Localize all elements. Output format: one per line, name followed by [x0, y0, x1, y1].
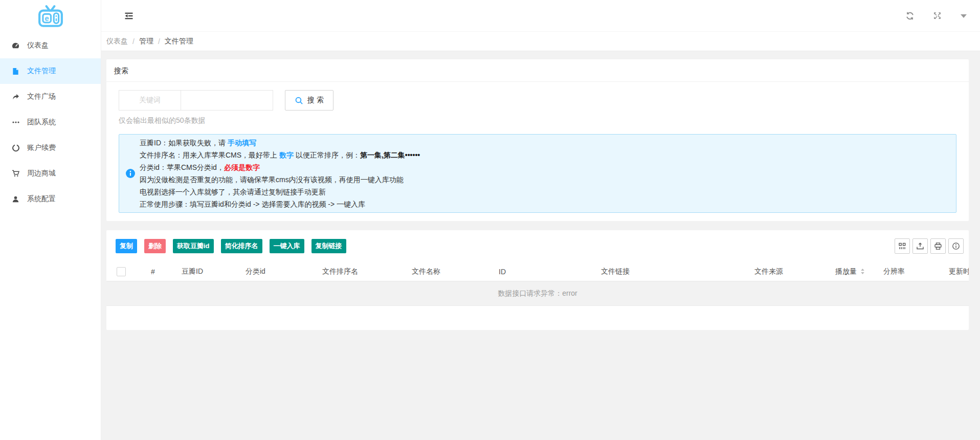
sidebar-item-label: 系统配置	[27, 194, 56, 204]
table-toolbar: 复制 删除 获取豆瓣id 简化排序名 一键入库 复制链接	[106, 230, 969, 262]
table-tool-icons	[895, 238, 964, 254]
sidebar-item-file-management[interactable]: 文件管理	[0, 58, 101, 84]
manual-fill-link[interactable]: 手动填写	[228, 139, 256, 147]
alert-text: 分类id：苹果CMS分类id，	[140, 163, 224, 171]
search-button[interactable]: 搜 索	[285, 90, 333, 111]
copy-button[interactable]: 复制	[116, 239, 137, 253]
column-category-id: 分类id	[240, 267, 317, 276]
search-hint: 仅会输出最相似的50条数据	[119, 116, 956, 125]
refresh-icon[interactable]	[905, 11, 915, 20]
column-file-sort-name: 文件排序名	[317, 267, 407, 276]
search-card-body: 关键词 搜 索 仅会输出最相似的50条数据 豆瓣ID：如果获取失败，请 手动填写	[106, 82, 969, 221]
simplify-sort-name-button[interactable]: 简化排序名	[221, 239, 262, 253]
one-click-import-button[interactable]: 一键入库	[270, 239, 304, 253]
sidebar-item-label: 团队系统	[27, 118, 56, 127]
print-button[interactable]	[930, 238, 946, 254]
file-icon	[11, 67, 20, 76]
table-header-row: # 豆瓣ID 分类id 文件排序名 文件名称 ID 文件链接 文件来源 播放量 …	[106, 262, 969, 281]
breadcrumb-item-dashboard[interactable]: 仪表盘	[106, 37, 128, 46]
sidebar-nav: 仪表盘 文件管理 文件广场 团队系统 账户续费	[0, 33, 101, 212]
column-file-name: 文件名称	[407, 267, 494, 276]
sidebar-item-label: 文件管理	[27, 67, 56, 76]
table-card: 复制 删除 获取豆瓣id 简化排序名 一键入库 复制链接	[106, 230, 969, 330]
alert-line-sort-name: 文件排序名：用来入库苹果CMS，最好带上 数字 以便正常排序，例：第一集,第二集…	[140, 149, 946, 161]
delete-button[interactable]: 删除	[144, 239, 166, 253]
search-card: 搜索 关键词 搜 索 仅会输出最相似的50条数据	[106, 59, 969, 221]
info-icon	[126, 169, 135, 178]
sidebar-item-shop[interactable]: 周边商城	[0, 161, 101, 186]
sort-icon[interactable]	[860, 268, 865, 275]
columns-filter-button[interactable]	[895, 238, 910, 254]
search-card-title: 搜索	[106, 59, 969, 82]
column-resolution: 分辨率	[877, 267, 944, 276]
page-content: 搜索 关键词 搜 索 仅会输出最相似的50条数据	[101, 51, 980, 330]
column-index: #	[143, 268, 176, 276]
export-button[interactable]	[912, 238, 928, 254]
topbar-actions	[905, 0, 967, 32]
alert-text: 豆瓣ID：如果获取失败，请	[140, 139, 228, 147]
table-empty-message: 数据接口请求异常：error	[106, 281, 969, 306]
ring-icon	[11, 144, 20, 152]
info-circle-icon	[952, 242, 960, 250]
search-button-label: 搜 索	[307, 96, 324, 105]
share-icon	[11, 93, 20, 101]
alert-text: 文件排序名：用来入库苹果CMS，最好带上	[140, 151, 279, 159]
select-all-checkbox[interactable]	[117, 267, 126, 276]
table-header-checkbox-cell	[106, 267, 143, 276]
sidebar-item-label: 仪表盘	[27, 41, 49, 50]
fullscreen-icon[interactable]	[933, 11, 942, 20]
search-icon	[295, 96, 303, 105]
column-id: ID	[494, 268, 596, 276]
user-menu-caret-icon[interactable]	[961, 14, 967, 18]
sidebar-item-label: 账户续费	[27, 143, 56, 152]
breadcrumb: 仪表盘 / 管理 / 文件管理	[101, 32, 980, 51]
column-file-source: 文件来源	[749, 267, 829, 276]
print-icon	[934, 242, 942, 250]
sidebar-item-file-plaza[interactable]: 文件广场	[0, 84, 101, 109]
column-play-count-label: 播放量	[835, 267, 857, 276]
get-douban-id-button[interactable]: 获取豆瓣id	[173, 239, 214, 253]
ellipsis-icon	[11, 118, 20, 127]
table-info-button[interactable]	[948, 238, 964, 254]
alert-line-tv-tip: 电视剧选择一个入库就够了，其余请通过复制链接手动更新	[140, 186, 946, 198]
sidebar: e 仪表盘 文件管理 文件广场 团队系统	[0, 0, 101, 440]
gauge-icon	[11, 41, 20, 50]
search-form-row: 关键词 搜 索	[119, 90, 956, 111]
alert-line-category-id: 分类id：苹果CMS分类id，必须是数字	[140, 161, 946, 173]
tv-logo-icon: e	[38, 5, 63, 28]
breadcrumb-item-file-management: 文件管理	[165, 37, 193, 46]
alert-line-usage-steps: 正常使用步骤：填写豆瓣id和分类id -> 选择需要入库的视频 -> 一键入库	[140, 198, 946, 210]
sidebar-item-label: 文件广场	[27, 92, 56, 101]
alert-warning-must-be-number: 必须是数字	[224, 163, 260, 171]
table-card-footer-space	[106, 306, 969, 330]
alert-bold-example: 第一集,第二集••••••	[360, 151, 420, 159]
sidebar-item-system-config[interactable]: 系统配置	[0, 186, 101, 212]
cart-icon	[11, 169, 20, 178]
export-icon	[916, 242, 924, 250]
alert-emphasis-number: 数字	[279, 151, 294, 159]
breadcrumb-separator: /	[158, 37, 160, 46]
sidebar-item-dashboard[interactable]: 仪表盘	[0, 33, 101, 58]
keyword-input[interactable]	[181, 90, 273, 111]
main-area: 仪表盘 / 管理 / 文件管理 搜索 关键词 搜 索 仅会输出最相似的50条数据	[101, 0, 980, 440]
breadcrumb-separator: /	[132, 37, 135, 46]
topbar	[101, 0, 980, 32]
column-update-time: 更新时间	[944, 267, 969, 276]
alert-line-duplicate-warning: 因为没做检测是否重复的功能，请确保苹果cms内没有该视频，再使用一键入库功能	[140, 173, 946, 186]
column-douban-id: 豆瓣ID	[176, 267, 240, 276]
svg-text:e: e	[44, 14, 49, 23]
columns-icon	[898, 242, 906, 250]
sidebar-item-label: 周边商城	[27, 169, 56, 178]
collapse-sidebar-icon[interactable]	[124, 10, 135, 21]
sidebar-item-account-renewal[interactable]: 账户续费	[0, 135, 101, 161]
breadcrumb-item-manage[interactable]: 管理	[139, 37, 153, 46]
copy-link-button[interactable]: 复制链接	[311, 239, 346, 253]
user-icon	[11, 195, 20, 204]
alert-line-douban-id: 豆瓣ID：如果获取失败，请 手动填写	[140, 137, 946, 149]
info-alert: 豆瓣ID：如果获取失败，请 手动填写 文件排序名：用来入库苹果CMS，最好带上 …	[119, 134, 956, 213]
keyword-label: 关键词	[119, 90, 181, 111]
column-play-count: 播放量	[829, 267, 877, 276]
app-logo[interactable]: e	[0, 0, 101, 33]
sidebar-item-team-system[interactable]: 团队系统	[0, 109, 101, 135]
alert-text: 以便正常排序，例：	[294, 151, 360, 159]
